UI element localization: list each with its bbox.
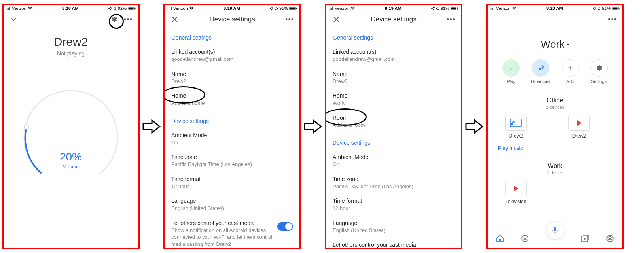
svg-rect-11 [167, 9, 168, 10]
item-linked-accounts[interactable]: Linked account(s)goodellandrew@gmail.com [165, 45, 299, 67]
svg-rect-33 [612, 7, 617, 9]
status-bar: Verizon 8:18 AM 92% [4, 5, 138, 11]
tab-home[interactable] [496, 235, 504, 244]
item-cast-control[interactable]: Let others control your cast mediaShow a… [165, 216, 299, 248]
svg-rect-37 [554, 227, 556, 231]
item-time-zone[interactable]: Time zonePacific Daylight Time (Los Ange… [165, 150, 299, 172]
tab-discover[interactable] [521, 234, 529, 244]
battery-icon [128, 7, 136, 10]
action-broadcast[interactable]: Broadcast [531, 59, 551, 84]
svg-rect-14 [171, 7, 172, 10]
battery-pct: 91% [441, 6, 449, 11]
play-music-link[interactable]: Play music [488, 143, 622, 157]
step-arrow [462, 119, 486, 134]
item-language[interactable]: LanguageEnglish (United States) [165, 194, 299, 216]
gear-icon [590, 59, 608, 77]
header: Device settings ••• [165, 11, 299, 27]
svg-rect-29 [492, 8, 493, 10]
alarm-icon [275, 7, 278, 10]
item-ambient-mode[interactable]: Ambient ModeOn [165, 128, 299, 150]
step-arrow [140, 119, 163, 134]
svg-point-35 [539, 68, 541, 70]
page-title: Device settings [371, 15, 416, 23]
tab-media[interactable] [581, 235, 589, 244]
overflow-menu-icon[interactable]: ••• [285, 15, 294, 24]
section-device: Device settings [326, 132, 461, 150]
carrier-label: Verizon [335, 6, 349, 11]
battery-pct: 91% [279, 6, 288, 11]
header: ••• [488, 11, 622, 27]
group-office: Office 2 devices Drew2 Drew2 [488, 91, 622, 143]
svg-rect-22 [332, 7, 333, 10]
chevron-down-icon: ▾ [567, 42, 569, 47]
battery-icon [612, 7, 620, 10]
close-icon[interactable] [170, 15, 179, 24]
clock-label: 8:19 AM [385, 6, 402, 11]
alarm-icon [436, 7, 439, 10]
item-language[interactable]: LanguageEnglish (United States) [326, 216, 461, 238]
mic-button[interactable] [546, 221, 564, 240]
item-time-format[interactable]: Time format12 hour [326, 194, 461, 216]
svg-point-10 [24, 125, 29, 129]
device-status: Not playing [57, 50, 85, 57]
item-cast-control[interactable]: Let others control your cast media [326, 238, 461, 248]
item-home[interactable]: HomeWork [326, 89, 461, 111]
item-home[interactable]: HomeAdd to a home [165, 89, 299, 111]
overflow-menu-icon[interactable]: ••• [608, 15, 617, 24]
action-add[interactable]: +Add [562, 59, 579, 84]
device-card-television[interactable]: Television [498, 181, 534, 204]
svg-rect-2 [8, 8, 9, 10]
cast-icon [510, 119, 522, 127]
settings-gear-icon[interactable] [110, 15, 118, 24]
signal-icon [490, 7, 495, 10]
action-settings[interactable]: Settings [590, 59, 608, 84]
item-time-format[interactable]: Time format12 hour [165, 172, 299, 194]
wifi-icon [350, 7, 355, 10]
svg-rect-30 [494, 7, 494, 10]
device-card-drew2-play[interactable]: Drew2 [561, 115, 597, 139]
back-chevron-icon[interactable] [9, 15, 18, 24]
item-time-zone[interactable]: Time zonePacific Daylight Time (Los Ange… [326, 172, 461, 194]
item-linked-accounts[interactable]: Linked account(s)goodellandrew@gmail.com [326, 45, 461, 67]
location-icon [270, 7, 273, 10]
status-bar: Verizon 8:19 AM 91% [165, 5, 299, 11]
cast-toggle[interactable] [277, 222, 293, 231]
tab-account[interactable] [606, 234, 614, 244]
home-selector[interactable]: Work ▾ [488, 38, 622, 51]
volume-percent: 20% [19, 151, 122, 163]
item-name[interactable]: NameDrew2 [326, 67, 461, 89]
svg-rect-0 [6, 9, 7, 10]
item-ambient-mode[interactable]: Ambient ModeOn [326, 150, 461, 172]
svg-point-31 [598, 7, 600, 9]
screen-4-home: Verizon 8:20 AM 91% ••• Work ▾ ♪Play Bro… [486, 4, 624, 249]
mic-icon [552, 226, 558, 235]
plus-icon: + [562, 59, 579, 77]
account-icon [606, 234, 614, 242]
device-card-drew2-cast[interactable]: Drew2 [498, 115, 534, 139]
item-room[interactable]: RoomAdd to a room [326, 111, 461, 133]
svg-rect-25 [451, 7, 456, 9]
battery-pct: 92% [118, 6, 127, 11]
screen-3-settings-room: Verizon 8:19 AM 91% Device settings ••• … [325, 4, 462, 249]
device-name: Drew2 [54, 35, 88, 49]
svg-rect-19 [329, 9, 330, 10]
signal-icon [329, 7, 333, 10]
close-icon[interactable] [332, 15, 341, 24]
item-name[interactable]: NameDrew2 [165, 67, 299, 89]
play-icon [513, 185, 519, 192]
svg-rect-1 [7, 8, 8, 10]
battery-icon [451, 7, 458, 10]
svg-rect-20 [330, 8, 331, 10]
overflow-menu-icon[interactable]: ••• [124, 15, 133, 24]
action-play[interactable]: ♪Play [502, 59, 520, 84]
compass-icon [521, 234, 529, 242]
carrier-label: Verizon [173, 6, 188, 11]
svg-rect-28 [491, 8, 492, 10]
volume-label: Volume [19, 164, 122, 170]
status-bar: Verizon 8:20 AM 91% [488, 5, 622, 11]
svg-point-40 [522, 235, 528, 242]
volume-dial[interactable]: 20% Volume [19, 88, 122, 191]
overflow-menu-icon[interactable]: ••• [447, 15, 455, 24]
page-title: Device settings [209, 15, 255, 23]
svg-rect-9 [134, 8, 135, 9]
